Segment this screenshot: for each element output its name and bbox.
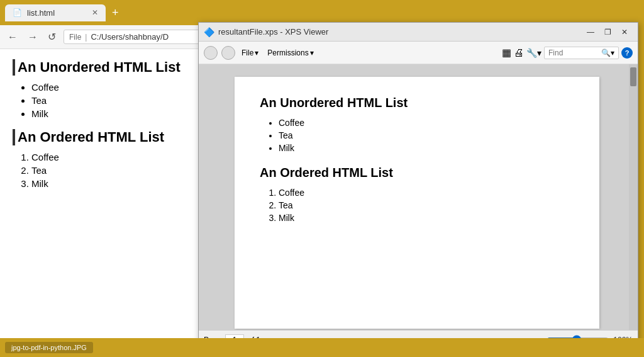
xps-window-icon: 🔷 [204,27,214,37]
xps-titlebar: 🔷 resultantFile.xps - XPS Viewer — ❐ ✕ [199,23,638,42]
xps-ul-milk: Milk [279,143,574,153]
file-menu-button[interactable]: File ▾ [239,47,261,59]
tools-icon[interactable]: 🔧▾ [526,48,541,58]
xps-ordered-title: An Ordered HTML List [260,166,574,180]
taskbar: jpg-to-pdf-in-python.JPG [0,338,644,357]
forward-button[interactable]: → [25,30,40,44]
file-icon: 📄 [13,8,22,17]
view-icon[interactable]: ▦ [502,47,511,59]
xps-page-area: An Unordered HTML List Coffee Tea Milk A… [205,64,629,330]
restore-button[interactable]: ❐ [599,26,616,38]
permissions-menu-label: Permissions [267,48,308,57]
nav-back-circle[interactable] [204,46,218,60]
permissions-menu-button[interactable]: Permissions ▾ [265,47,316,59]
toolbar-icons: ▦ 🖨 🔧▾ 🔍▾ ? [502,47,633,59]
new-tab-button[interactable]: + [108,5,123,21]
xps-ordered-list: Coffee Tea Milk [279,188,574,223]
xps-ul-tea: Tea [279,130,574,140]
xps-title: resultantFile.xps - XPS Viewer [218,27,582,37]
file-menu-label: File [242,48,253,57]
minimize-button[interactable]: — [582,26,599,38]
close-button[interactable]: ✕ [616,26,633,38]
scrollbar-right[interactable] [629,64,638,330]
browser-tab[interactable]: 📄 list.html ✕ [5,4,106,21]
permissions-menu-arrow: ▾ [310,48,314,57]
refresh-button[interactable]: ↺ [45,30,58,44]
browser-titlebar: 📄 list.html ✕ + [0,0,447,25]
xps-toolbar: File ▾ Permissions ▾ ▦ 🖨 🔧▾ 🔍▾ ? [199,42,638,64]
xps-content-area: An Unordered HTML List Coffee Tea Milk A… [199,64,638,330]
back-button[interactable]: ← [5,30,20,44]
help-button[interactable]: ? [621,47,633,59]
file-menu-arrow: ▾ [255,48,258,57]
xps-ol-tea: Tea [279,200,574,210]
find-search-icon[interactable]: 🔍▾ [601,48,614,57]
taskbar-item[interactable]: jpg-to-pdf-in-python.JPG [5,342,93,353]
scrollbar-left [199,64,205,330]
find-box[interactable]: 🔍▾ [544,47,619,59]
xps-viewer-window: 🔷 resultantFile.xps - XPS Viewer — ❐ ✕ F… [198,22,638,349]
tab-close-button[interactable]: ✕ [92,8,98,17]
find-input[interactable] [548,48,599,57]
nav-forward-circle[interactable] [221,46,235,60]
tab-label: list.html [27,8,55,18]
xps-unordered-title: An Unordered HTML List [260,96,574,110]
scrollbar-thumb[interactable] [630,67,636,86]
xps-unordered-list: Coffee Tea Milk [279,118,574,153]
address-url: C:/Users/shahbnay/D [91,32,169,42]
xps-page: An Unordered HTML List Coffee Tea Milk A… [235,77,599,329]
xps-ol-coffee: Coffee [279,188,574,198]
address-prefix: File [69,33,81,42]
xps-ul-coffee: Coffee [279,118,574,128]
xps-ol-milk: Milk [279,213,574,223]
print-icon[interactable]: 🖨 [514,47,524,59]
